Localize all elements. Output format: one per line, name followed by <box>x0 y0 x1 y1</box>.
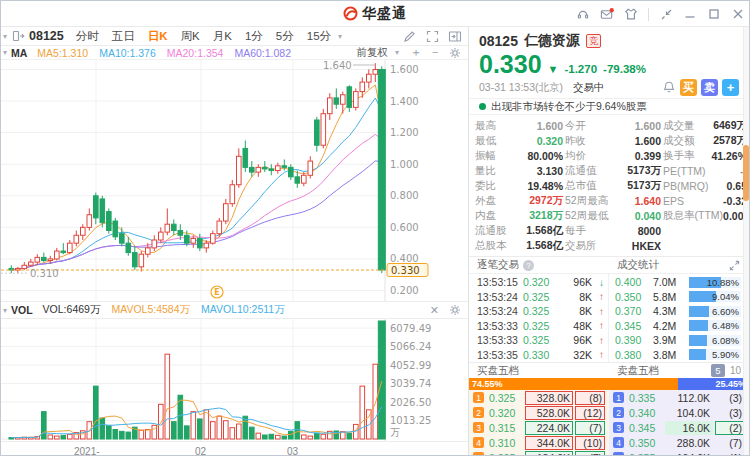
ask-volume: 104.0K <box>665 451 713 456</box>
quote-cell: 换手率41.26% <box>663 148 747 163</box>
period-more-chevron-icon[interactable]: ▾ <box>338 32 342 41</box>
dock-panel-icon[interactable] <box>448 29 462 43</box>
svg-text:0.200: 0.200 <box>390 285 419 296</box>
close-icon[interactable] <box>731 7 745 21</box>
ask-count: (3) <box>715 391 745 405</box>
svg-text:0.330: 0.330 <box>391 265 420 276</box>
tick-price: 0.325 <box>523 291 561 303</box>
shrink-window-icon[interactable] <box>659 7 673 21</box>
sell-button[interactable]: 卖 <box>701 79 718 96</box>
zoom-in-icon[interactable]: ＋ <box>410 44 422 61</box>
quote-cell: 总股本1.568亿 <box>475 238 563 253</box>
order-book-header: 买盘五档 卖盘五档 5 10 <box>469 362 749 378</box>
quote-cell: 委比19.48% <box>475 178 563 193</box>
minimize-icon[interactable] <box>683 7 697 21</box>
ask-price: 0.335 <box>629 392 663 404</box>
tab-1分[interactable]: 1分 <box>245 29 263 44</box>
ma-chevron-icon[interactable]: ▾ <box>3 48 7 57</box>
ask-levels-title: 卖盘五档 <box>617 364 659 378</box>
bid-price: 0.320 <box>489 407 523 419</box>
volume-settings-gear-icon[interactable] <box>448 303 462 317</box>
maximize-icon[interactable] <box>707 7 721 21</box>
ask-level: 1 <box>613 392 624 403</box>
quote-grid: 最高1.600今开1.600成交量6469万最低0.320昨收1.600成交额2… <box>469 115 749 256</box>
trade-stats-title: 成交统计 <box>617 258 659 272</box>
collapse-chevron-icon[interactable]: ▾ <box>3 32 7 41</box>
help-icon[interactable]: ? <box>523 260 534 271</box>
quote-field-label: 振幅 <box>475 149 496 163</box>
quote-field-value: 2972万 <box>529 194 563 208</box>
ma-legend-2: MA20:1.354 <box>167 47 224 59</box>
volume-chart[interactable]: 6079.495066.244052.993039.742026.501013.… <box>1 319 468 441</box>
kline-chart[interactable]: 1.6001.4001.2001.0000.8000.6000.4000.200… <box>1 60 468 301</box>
bid-level: 2 <box>473 407 484 418</box>
draw-pencil-icon[interactable] <box>402 29 416 43</box>
adjust-chevron-icon[interactable]: ▾ <box>395 48 399 57</box>
stats-row: 0.3903.9M6.08% <box>615 333 741 348</box>
messages-icon[interactable] <box>600 7 614 21</box>
quote-field-label: 最低 <box>475 134 496 148</box>
close-volume-icon[interactable]: ✕ <box>430 304 439 317</box>
scrollbar-thumb[interactable] <box>743 145 749 201</box>
svg-text:2026.50: 2026.50 <box>390 397 431 408</box>
tick-row: 13:53:330.32596K↑ <box>477 333 604 348</box>
tick-trades-body: 13:53:150.32096K↓13:53:240.3258K↑13:53:2… <box>469 274 749 362</box>
svg-text:0.600: 0.600 <box>390 222 419 233</box>
stats-price: 0.370 <box>615 305 649 317</box>
auction-badge: 竞 <box>586 34 602 48</box>
stock-window-icon[interactable] <box>11 29 25 43</box>
vol-label: VOL <box>11 304 33 316</box>
svg-text:6079.49: 6079.49 <box>390 323 431 334</box>
tab-月K[interactable]: 月K <box>213 29 232 44</box>
quote-field-label: 换手率 <box>663 149 695 163</box>
tick-price: 0.325 <box>523 320 561 332</box>
svg-text:3039.74: 3039.74 <box>390 378 431 389</box>
quote-field-label: 股息率(TTM) <box>663 209 723 223</box>
stats-volume: 3.9M <box>653 334 685 346</box>
adjust-mode[interactable]: 前复权 <box>356 46 388 60</box>
announcement-bar[interactable]: 出现非市场转仓不少于9.64%股票 <box>469 98 749 115</box>
quote-cell: 昨收1.600 <box>565 133 661 148</box>
tick-time: 13:53:33 <box>477 334 523 346</box>
bid-price: 0.315 <box>489 422 523 434</box>
ask-count: (7) <box>715 436 745 450</box>
vol-legend-1: MAVOL5:4584万 <box>111 303 190 317</box>
quote-field-value: 5173万 <box>627 164 661 178</box>
tick-row: 13:53:150.32096K↓ <box>477 275 604 290</box>
tab-周K[interactable]: 周K <box>181 29 200 44</box>
chart-settings-gear-icon[interactable] <box>448 46 462 60</box>
expand-section-icon[interactable] <box>727 258 741 272</box>
theme-shirt-icon[interactable] <box>624 7 638 21</box>
up-arrow-icon: ↑ <box>592 335 604 346</box>
quote-field-value: 0.040 <box>635 210 661 222</box>
support-headset-icon[interactable] <box>576 7 590 21</box>
quote-cell: 量比3.130 <box>475 163 563 178</box>
buy-button[interactable]: 买 <box>680 79 697 96</box>
price-change-pct: -79.38% <box>603 63 646 75</box>
add-watchlist-button[interactable]: + <box>722 79 739 96</box>
tick-price: 0.330 <box>523 349 561 361</box>
svg-text:万: 万 <box>390 427 400 438</box>
ma-toolbar: ▾ MA MA5:1.310MA10:1.376MA20:1.354MA60:1… <box>1 46 468 60</box>
quote-field-value: 6469万 <box>713 119 747 133</box>
vol-chevron-icon[interactable]: ▾ <box>3 306 7 315</box>
alert-bell-icon[interactable] <box>662 81 676 95</box>
zoom-out-icon[interactable]: － <box>429 44 441 61</box>
stats-percent: 6.60% <box>712 306 739 317</box>
quote-field-label: 内盘 <box>475 209 496 223</box>
bid-row: 30.315224.0K(7) <box>473 420 606 435</box>
tab-五日[interactable]: 五日 <box>112 29 135 44</box>
depth-10-button[interactable]: 10 <box>730 365 741 376</box>
depth-5-button[interactable]: 5 <box>711 364 725 377</box>
tab-日K[interactable]: 日K <box>148 29 168 44</box>
ma-legend-1: MA10:1.376 <box>99 47 156 59</box>
quote-field-label: 交易所 <box>565 239 597 253</box>
tick-row: 13:53:330.32548K↑ <box>477 319 604 334</box>
tab-分时[interactable]: 分时 <box>76 29 99 44</box>
app-window: 华盛通 <box>0 0 750 456</box>
tab-15分[interactable]: 15分 <box>307 29 331 44</box>
bid-volume: 528.0K <box>525 406 573 420</box>
bid-volume: 328.0K <box>525 391 573 405</box>
fullscreen-icon[interactable] <box>425 29 439 43</box>
tab-5分[interactable]: 5分 <box>276 29 294 44</box>
